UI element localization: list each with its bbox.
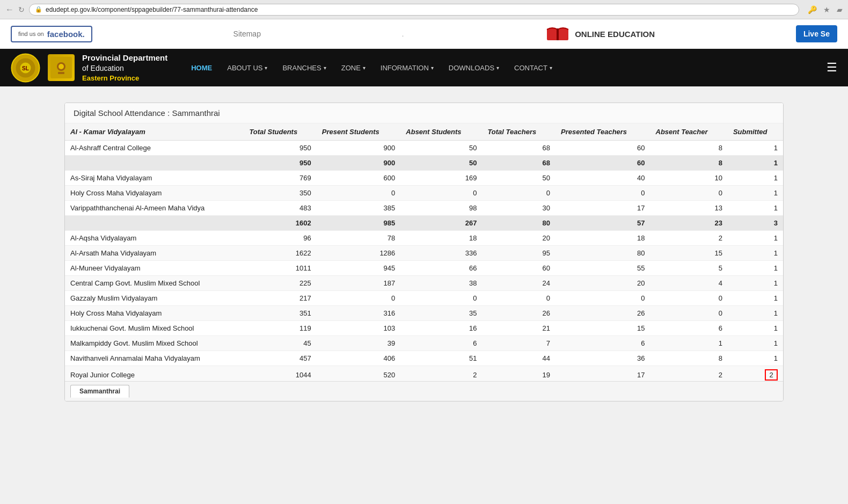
badge-icon [50,57,72,78]
table-cell: 3 [728,216,783,231]
utility-bar: find us on facebook. Sitemap . ONLINE ED… [0,19,848,49]
address-bar[interactable]: 🔒 edudept.ep.gov.lk/component/sppagebuil… [29,4,799,16]
facebook-brand: facebook. [47,30,85,39]
table-cell: 1 [728,171,783,186]
dept-of: of Education [82,63,167,74]
table-cell: 4 [650,276,728,291]
table-cell: 8 [650,351,728,366]
nav-item-about-us[interactable]: ABOUT US ▾ [220,60,275,76]
table-cell: Iukkuchenai Govt. Muslim Mixed School [65,321,244,336]
table-cell: 66 [400,261,482,276]
table-cell: 900 [317,156,401,171]
table-container[interactable]: Al - Kamar VidyalayamTotal StudentsPrese… [65,123,783,381]
table-cell: As-Siraj Maha Vidyalayam [65,171,244,186]
svg-text:SL: SL [22,65,29,71]
table-row: 16029852678057233 [65,216,783,231]
tab-sammanthrai[interactable]: Sammanthrai [70,385,129,398]
table-cell: 2 [650,231,728,246]
table-cell: 68 [482,156,555,171]
table-cell: 985 [317,216,401,231]
facebook-button[interactable]: find us on facebook. [11,26,92,42]
table-cell: 10 [650,171,728,186]
table-cell: 80 [482,216,555,231]
nav-item-zone[interactable]: ZONE ▾ [334,60,373,76]
nav-item-contact[interactable]: CONTACT ▾ [507,60,560,76]
logo-text: Provincial Department of Education Easte… [82,52,167,84]
star-icon[interactable]: ★ [823,5,830,14]
table-row: Iukkuchenai Govt. Muslim Mixed School119… [65,321,783,336]
nav-item-branches[interactable]: BRANCHES ▾ [275,60,333,76]
table-cell: 483 [244,201,316,216]
table-cell: 336 [400,246,482,261]
table-cell: 187 [317,276,401,291]
col-header: Submitted [728,123,783,141]
table-cell: 20 [482,231,555,246]
edu-logo-icon [545,24,571,43]
table-cell: 60 [482,261,555,276]
table-cell: 50 [400,156,482,171]
table-cell: 60 [555,156,650,171]
live-search-button[interactable]: Live Se [796,25,837,42]
logo-area: SL Provincial Department of Education Ea… [11,52,167,84]
nav-items: HOMEABOUT US ▾BRANCHES ▾ZONE ▾INFORMATIO… [184,60,821,76]
table-row: Al-Muneer Vidyalayam101194566605551 [65,261,783,276]
table-cell: 20 [555,276,650,291]
table-cell: 21 [482,321,555,336]
table-cell: 119 [244,321,316,336]
svg-rect-2 [557,28,559,40]
table-cell: 95 [482,246,555,261]
table-cell: 5 [650,261,728,276]
table-cell: 316 [317,306,401,321]
col-header: Total Teachers [482,123,555,141]
table-cell: 1 [728,186,783,201]
table-row: Gazzaly Muslim Vidyalayam217000001 [65,291,783,306]
table-cell: 17 [555,201,650,216]
table-cell: 15 [555,321,650,336]
table-cell: 1602 [244,216,316,231]
table-cell: 945 [317,261,401,276]
back-button[interactable]: ← [5,5,14,14]
table-row: Varippaththanchenai Al-Ameen Maha Vidya4… [65,201,783,216]
nav-arrow-icon: ▾ [265,65,267,71]
table-cell: 98 [400,201,482,216]
table-cell: 17 [555,366,650,382]
table-row: Holy Cross Maha Vidyalayam35131635262601 [65,306,783,321]
table-cell: Central Camp Govt. Muslim Mixed School [65,276,244,291]
table-cell: 351 [244,306,316,321]
url-text: edudept.ep.gov.lk/component/sppagebuilde… [46,6,258,13]
nav-item-information[interactable]: INFORMATION ▾ [373,60,441,76]
table-cell: 1286 [317,246,401,261]
screenshot-icon[interactable]: ▰ [837,5,843,14]
table-cell: 103 [317,321,401,336]
table-cell: 1044 [244,366,316,382]
table-cell: 950 [244,141,316,156]
table-cell: 520 [317,366,401,382]
table-cell: 6 [555,336,650,351]
table-row: Royal Junior College10445202191722 [65,366,783,382]
table-cell: 950 [244,156,316,171]
table-cell: 1 [728,306,783,321]
nav-item-home[interactable]: HOME [184,60,220,76]
attendance-title: Digital School Attendance : Sammanthrai [65,103,783,123]
browser-chrome: ← ↻ 🔒 edudept.ep.gov.lk/component/sppage… [0,0,848,19]
table-cell: 26 [482,306,555,321]
province-label: Eastern Province [82,74,167,83]
table-cell: 23 [650,216,728,231]
svg-rect-0 [547,28,558,40]
table-cell: 0 [482,186,555,201]
table-cell: 0 [555,291,650,306]
refresh-button[interactable]: ↻ [18,5,25,14]
sitemap-link[interactable]: Sitemap [233,30,261,38]
table-cell: 45 [244,336,316,351]
table-cell: 169 [400,171,482,186]
table-cell: 1 [728,351,783,366]
table-cell: 60 [555,141,650,156]
table-cell: 769 [244,171,316,186]
table-row: Central Camp Govt. Muslim Mixed School22… [65,276,783,291]
hamburger-menu[interactable]: ☰ [827,61,837,75]
table-row: As-Siraj Maha Vidyalayam7696001695040101 [65,171,783,186]
nav-item-downloads[interactable]: DOWNLOADS ▾ [441,60,507,76]
col-header: Present Students [317,123,401,141]
table-cell: 51 [400,351,482,366]
table-cell: 8 [650,156,728,171]
